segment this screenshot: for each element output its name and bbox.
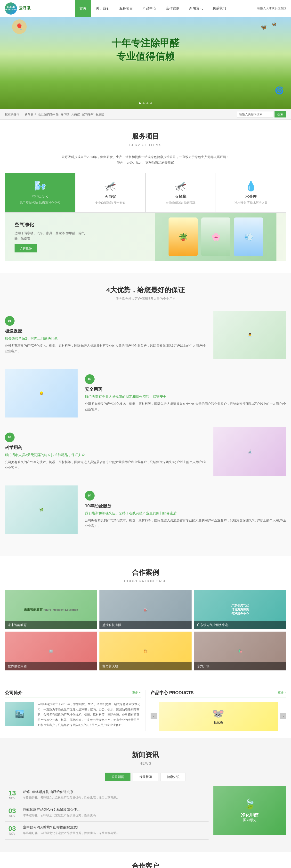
banner-dot-1[interactable] xyxy=(139,102,141,104)
case-overlay-5: 富力新天地 xyxy=(99,662,192,671)
case-item-3[interactable]: 广东领先气业订货海淘海洗气净服务中心 广东领先气业服务中心 xyxy=(194,590,286,629)
news-day-1: 13 xyxy=(5,790,20,797)
service-learn-more-btn[interactable]: 了解更多 xyxy=(14,244,37,252)
news-thumb-text: 净化甲醛 xyxy=(241,812,259,818)
news-info-1: 粘蟑- 年终赠好礼 山呼给你送北京... 年终赠好礼，云呼吸之北京这款产品质量优… xyxy=(23,790,208,800)
adv-sub-3: 服门洒泰人员3天无间隔的建立技术和药品，保证安全 xyxy=(5,453,206,457)
nav-item-about[interactable]: 关于我们 xyxy=(91,0,115,17)
service-card-air[interactable]: 🌬️ 空气治化 除甲醛 除气味 除病菌 净化空气 xyxy=(5,173,75,213)
news-month-3: NOV xyxy=(5,832,20,835)
nav-item-news[interactable]: 新闻资讯 xyxy=(184,0,207,17)
company-more-link[interactable]: 更多 » xyxy=(132,690,140,695)
search-link-3[interactable]: 灭白蚁 xyxy=(71,113,80,117)
search-button[interactable]: 搜索 xyxy=(274,111,286,118)
adv-content-2: 02 安全用药 服门洒泰有专业人员规范的制定和操作流程，保证安全 公司拥有精良的… xyxy=(85,374,286,412)
butterfly2-decoration: 🦋 xyxy=(271,22,277,27)
nav-item-service[interactable]: 服务项目 xyxy=(115,0,138,17)
product-next-btn[interactable]: › xyxy=(280,713,286,719)
news-subtitle: NEWS xyxy=(5,762,286,765)
product-name: 粘鼠板 xyxy=(214,720,223,725)
case-item-2[interactable]: 🏭 盛世科技有限 xyxy=(99,590,192,629)
adv-title-2: 安全用药 xyxy=(85,386,286,392)
service-card-cockroach[interactable]: 🦟 灭蟑螂 专业蟑螂防治 快速高效 xyxy=(146,173,216,213)
search-link-news[interactable]: 新闻资讯 xyxy=(25,113,36,117)
banner-dot-2[interactable] xyxy=(142,102,144,104)
adv-image-1: 👩‍💼 xyxy=(214,311,286,359)
adv-num-4: 04 xyxy=(85,491,95,500)
company-img-placeholder: 🏙️ xyxy=(5,702,34,726)
banner-dot-3[interactable] xyxy=(147,102,149,104)
logo-icon: CLOUDBREATHING xyxy=(5,2,17,14)
adv-content-3: 03 科学用药 服门洒泰人员3天无间隔的建立技术和药品，保证安全 公司拥有精良的… xyxy=(5,433,206,471)
adv-title-4: 10年经验服务 xyxy=(85,503,286,509)
news-tab-industry[interactable]: 行业新闻 xyxy=(133,773,158,781)
adv-sub-2: 服门洒泰有专业人员规范的制定和操作流程，保证安全 xyxy=(85,395,286,399)
advantage-row-2: 02 安全用药 服门洒泰有专业人员规范的制定和操作流程，保证安全 公司拥有精良的… xyxy=(5,369,286,417)
service-card-water[interactable]: 💧 水处理 净水设备 直饮水解决方案 xyxy=(216,173,286,213)
service-desc-termite: 专业白蚁防治 安全有效 xyxy=(80,200,140,205)
service-banner: 空气净化 适用于写字楼、汽车、家具、居家等 除甲醛、除气味、除病毒 了解更多 🪴… xyxy=(5,213,286,261)
company-text: 云呼吸科技成立于2013年，集集研发、生产、销售和提供一站式绿色健康技术公司，一… xyxy=(38,702,141,728)
service-card-termite[interactable]: 🦟 灭白蚁 专业白蚁防治 安全有效 xyxy=(75,173,146,213)
news-date-1: 13 NOV xyxy=(5,790,20,800)
case-item-1[interactable]: 未来智能教育Future Intelligent Education 未来智能教… xyxy=(5,590,97,629)
air-icon: 🌬️ xyxy=(10,180,70,192)
product-section: 产品中心 PRODUCTS 更多 » ‹ 🐭 粘鼠板 › xyxy=(146,690,286,731)
news-thumb-content: 🍃 净化甲醛 国内领先 xyxy=(241,798,259,823)
case-item-6[interactable]: 🛍️ 东方广场 xyxy=(194,631,286,671)
company-header: 公司简介 更多 » xyxy=(5,690,141,698)
news-date-3: 03 NOV xyxy=(5,825,20,835)
service-name-termite: 灭白蚁 xyxy=(80,194,140,199)
product-more-link[interactable]: 更多 » xyxy=(278,690,286,695)
product-img-inner: 🐭 粘鼠板 xyxy=(204,702,233,731)
service-desc-water: 净水设备 直饮水解决方案 xyxy=(221,200,281,205)
search-input-wrap: 搜索 xyxy=(237,111,286,118)
product-icon: 🐭 xyxy=(212,708,224,719)
case-overlay-1: 未来智能教育 xyxy=(5,621,97,629)
adv-img-placeholder-4: 🌿 xyxy=(5,486,77,534)
nav-item-products[interactable]: 产品中心 xyxy=(138,0,161,17)
nav-item-home[interactable]: 首页 xyxy=(75,0,91,17)
case-overlay-4: 世界成功集团 xyxy=(5,662,97,671)
search-link-4[interactable]: 室内除螨 xyxy=(82,113,94,117)
search-link-5[interactable]: 驱虫防 xyxy=(96,113,104,117)
product-prev-btn[interactable]: ‹ xyxy=(151,713,157,719)
news-tab-company[interactable]: 公司新闻 xyxy=(105,773,130,781)
advantages-title: 4大优势，给您最好的保证 xyxy=(5,285,286,295)
company-content: 🏙️ 云呼吸科技成立于2013年，集集研发、生产、销售和提供一站式绿色健康技术公… xyxy=(5,702,141,728)
nav-item-cases[interactable]: 合作案例 xyxy=(161,0,184,17)
news-desc-3: 年终赠好礼，云呼吸之北京这款产品质量优秀，性价比高，深受大家喜爱... xyxy=(23,831,208,835)
news-tab-health[interactable]: 健康知识 xyxy=(161,773,186,781)
case-item-4[interactable]: 🏢 世界成功集团 xyxy=(5,631,97,671)
search-link-2[interactable]: 除气味 xyxy=(61,113,69,117)
cases-title: 合作案例 xyxy=(5,568,286,577)
service-desc-air: 除甲醛 除气味 除病菌 净化空气 xyxy=(10,200,70,205)
logo-area: CLOUDBREATHING 云呼吸 xyxy=(5,2,48,14)
advantage-row-3: 03 科学用药 服门洒泰人员3天无间隔的建立技术和药品，保证安全 公司拥有精良的… xyxy=(5,427,286,476)
news-list: 13 NOV 粘蟑- 年终赠好礼 山呼给你送北京... 年终赠好礼，云呼吸之北京… xyxy=(5,786,208,840)
adv-img-placeholder-2: 👷 xyxy=(5,369,77,417)
search-label: 搜索关键词： xyxy=(5,113,22,117)
adv-num-1: 01 xyxy=(5,316,14,326)
case-item-5[interactable]: 🏗️ 富力新天地 xyxy=(99,631,192,671)
logo-name: 云呼吸 xyxy=(19,6,31,11)
adv-content-1: 01 极速反应 服务确接单后2小时内上门解决问题 公司拥有精良的产气净化技术、机… xyxy=(5,316,206,354)
adv-image-2: 👷 xyxy=(5,369,77,417)
nav-item-contact[interactable]: 联系我们 xyxy=(207,0,231,17)
news-thumb-sub: 国内领先 xyxy=(241,818,259,823)
search-link-1[interactable]: 山庄室内除甲醛 xyxy=(38,113,59,117)
news-title-2[interactable]: 粘蟑这款产品怎么样? 粘鼠板怎么使... xyxy=(23,808,208,812)
banner-dot-4[interactable] xyxy=(150,102,152,104)
service-img-pot: 🪴 xyxy=(168,217,198,256)
news-title-1[interactable]: 粘蟑- 年终赠好礼 山呼给你送北京... xyxy=(23,790,208,794)
news-desc-2: 年终赠好礼，云呼吸之北京这款产品质量优秀，性价比高... xyxy=(23,813,208,818)
advantages-sub: 服务迄今超过万户权家以及大量的企业用户 xyxy=(5,297,286,301)
service-name-water: 水处理 xyxy=(221,194,281,199)
case-overlay-3: 广东领先气业服务中心 xyxy=(194,621,286,629)
search-input[interactable] xyxy=(237,111,273,118)
news-title-3[interactable]: 室中如何消灭蟑螂? 山呼提醒您注意! xyxy=(23,825,208,830)
product-header: 产品中心 PRODUCTS 更多 » xyxy=(151,690,286,698)
advantage-row-1: 01 极速反应 服务确接单后2小时内上门解决问题 公司拥有精良的产气净化技术、机… xyxy=(5,311,286,359)
adv-title-3: 科学用药 xyxy=(5,445,206,451)
news-date-2: 03 NOV xyxy=(5,808,20,818)
